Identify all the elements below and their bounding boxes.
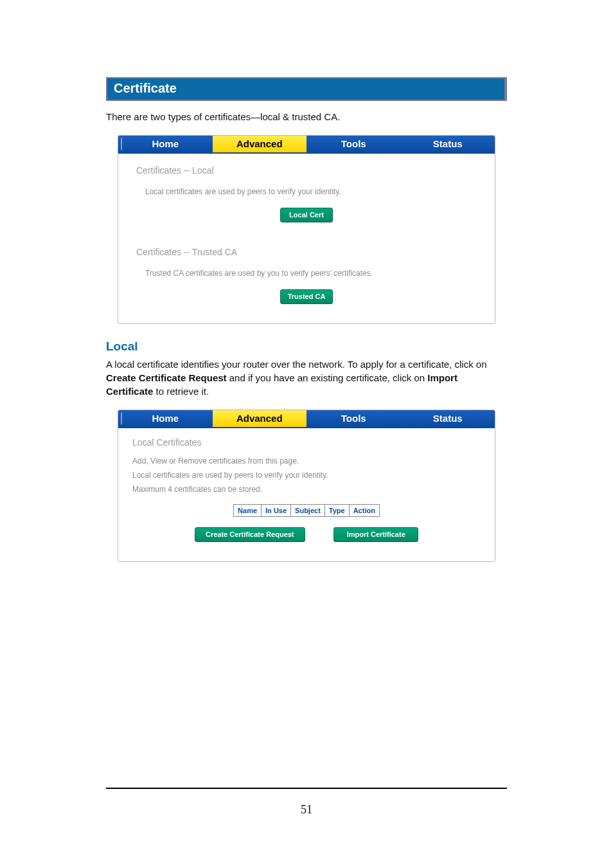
- tab-advanced-2[interactable]: Advanced: [213, 410, 307, 427]
- tab-home-2[interactable]: Home: [118, 410, 213, 427]
- heading-local-certificates: Local Certificates: [132, 437, 481, 448]
- heading-certificates-trusted: Certificates -- Trusted CA: [136, 247, 477, 257]
- intro-text: There are two types of certificates—loca…: [106, 110, 507, 123]
- local-cert-button[interactable]: Local Cert: [280, 208, 333, 222]
- certificates-table: Name In Use Subject Type Action: [233, 504, 380, 517]
- tab-row-2: Home Advanced Tools Status: [118, 410, 495, 428]
- local-paragraph: A local certificate identifies your rout…: [106, 357, 507, 398]
- page-number: 51: [106, 803, 507, 817]
- tab-row: Home Advanced Tools Status: [118, 136, 495, 154]
- tab-tools-2[interactable]: Tools: [306, 410, 401, 427]
- local-para-pre: A local certificate identifies your rout…: [106, 359, 487, 370]
- local-cert-line2: Local certificates are used by peers to …: [132, 469, 481, 481]
- desc-certificates-trusted: Trusted CA certificates are used by you …: [145, 269, 477, 278]
- local-para-bold1: Create Certificate Request: [106, 372, 227, 383]
- col-name: Name: [234, 505, 262, 517]
- desc-certificates-local: Local certificates are used by peers to …: [145, 187, 477, 196]
- import-certificate-button[interactable]: Import Certificate: [333, 527, 418, 542]
- router-panel-certificates: Home Advanced Tools Status Certificates …: [118, 135, 495, 324]
- footer-divider: [106, 788, 507, 789]
- col-type: Type: [324, 505, 349, 517]
- tab-tools[interactable]: Tools: [306, 136, 401, 152]
- col-inuse: In Use: [262, 505, 291, 517]
- tab-status-2[interactable]: Status: [401, 410, 495, 427]
- tab-status[interactable]: Status: [401, 136, 495, 152]
- table-row: Name In Use Subject Type Action: [234, 505, 380, 517]
- local-cert-line1: Add, View or Remove certificates from th…: [132, 455, 481, 467]
- trusted-ca-button[interactable]: Trusted CA: [280, 289, 333, 304]
- local-para-post: to retrieve it.: [153, 386, 209, 397]
- section-title: Certificate: [106, 77, 507, 101]
- router-panel-local-certificates: Home Advanced Tools Status Local Certifi…: [118, 410, 495, 562]
- local-para-mid: and if you have an existing certificate,…: [227, 372, 428, 383]
- local-cert-line3: Maximum 4 certificates can be stored.: [132, 484, 481, 495]
- local-subtitle: Local: [106, 339, 507, 354]
- col-action: Action: [349, 505, 379, 517]
- create-certificate-request-button[interactable]: Create Certificate Request: [195, 527, 305, 542]
- col-subject: Subject: [291, 505, 325, 517]
- tab-home[interactable]: Home: [118, 136, 213, 152]
- tab-advanced[interactable]: Advanced: [213, 136, 307, 152]
- page-footer: 51: [106, 788, 507, 817]
- heading-certificates-local: Certificates -- Local: [136, 165, 477, 176]
